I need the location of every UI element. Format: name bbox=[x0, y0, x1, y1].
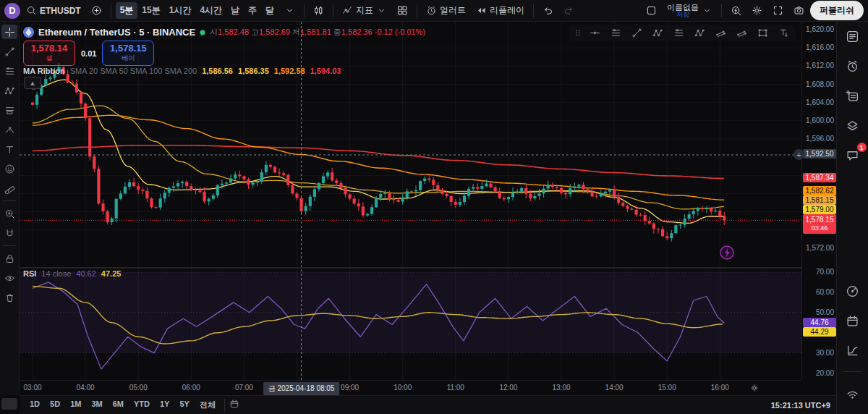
publish-button[interactable]: 퍼블리쉬 bbox=[810, 1, 864, 20]
alarm-icon[interactable] bbox=[843, 57, 862, 75]
ma-ribbon-legend[interactable]: MA Ribbon SMA 20 SMA 50 SMA 100 SMA 200 … bbox=[23, 67, 346, 75]
sell-price: 1,578.14 bbox=[24, 43, 75, 54]
go-to-date-calendar-icon[interactable] bbox=[229, 399, 239, 411]
layout-name-button[interactable]: 이름없음 저장 bbox=[663, 1, 717, 20]
time-axis[interactable]: 03:0004:0005:0006:0007:0009:0010:0011:00… bbox=[20, 380, 801, 396]
time-tick: 05:00 bbox=[129, 384, 148, 392]
draw-tool-8-rect-tool-icon[interactable] bbox=[753, 25, 772, 40]
timeframe-5분[interactable]: 5분 bbox=[116, 2, 138, 19]
sell-button[interactable]: 1,578.14 셀 bbox=[23, 41, 75, 66]
timeframe-달[interactable]: 달 bbox=[261, 2, 278, 19]
chevron-down-icon[interactable] bbox=[280, 3, 299, 18]
fib-icon[interactable] bbox=[1, 64, 17, 78]
settings-gear-icon[interactable] bbox=[747, 3, 767, 18]
time-tick: 11:00 bbox=[447, 384, 464, 392]
draw-tool-2-trend-line-icon[interactable] bbox=[627, 25, 646, 40]
position-icon[interactable] bbox=[1, 103, 17, 117]
user-avatar[interactable]: D bbox=[4, 3, 20, 19]
timeframe-15분[interactable]: 15분 bbox=[137, 2, 164, 19]
draw-tool-0-hline-icon[interactable] bbox=[585, 25, 604, 40]
timeframe-4시간[interactable]: 4시간 bbox=[195, 2, 226, 19]
chart-legend[interactable]: Ethereum / TetherUS · 5 · BINANCE 시1,582… bbox=[23, 27, 425, 38]
range-5Y[interactable]: 5Y bbox=[175, 398, 193, 412]
price-tick: 1,612.00 bbox=[806, 62, 834, 69]
redo-icon[interactable] bbox=[559, 3, 579, 18]
toolbar-separator bbox=[111, 4, 111, 17]
range-5D[interactable]: 5D bbox=[46, 398, 64, 412]
layers-icon[interactable] bbox=[843, 117, 862, 134]
emoji-icon[interactable] bbox=[1, 161, 17, 176]
draw-tool-4-fib-icon[interactable] bbox=[669, 25, 688, 40]
timeframe-group: 5분15분1시간4시간날주달 bbox=[116, 2, 278, 19]
rsi-params: 14 close bbox=[41, 269, 71, 278]
chart-type-candles-icon[interactable] bbox=[309, 3, 328, 18]
screenshot-camera-icon[interactable] bbox=[789, 3, 809, 18]
range-6M[interactable]: 6M bbox=[109, 398, 128, 412]
drag-handle-icon[interactable] bbox=[573, 25, 583, 40]
price-tick: 1,596.00 bbox=[806, 135, 834, 143]
toolbar-separator bbox=[3, 245, 16, 246]
layout-square-icon[interactable] bbox=[642, 3, 661, 18]
lock-icon[interactable] bbox=[1, 251, 17, 266]
price-tick: 1,600.00 bbox=[806, 117, 834, 124]
target-icon[interactable] bbox=[843, 282, 862, 300]
draw-tool-1-fib-icon[interactable] bbox=[606, 25, 625, 40]
range-1D[interactable]: 1D bbox=[25, 398, 44, 412]
indicators-button[interactable]: 지표 bbox=[338, 2, 391, 19]
arc-icon[interactable] bbox=[1, 122, 17, 137]
symbol-name: ETHUSDT bbox=[40, 6, 81, 16]
timeframe-1시간[interactable]: 1시간 bbox=[165, 2, 196, 19]
draw-tool-6-channel-icon[interactable] bbox=[711, 25, 730, 40]
eye-icon[interactable] bbox=[1, 271, 17, 285]
range-YTD[interactable]: YTD bbox=[129, 398, 154, 412]
spread-value: 0.01 bbox=[81, 49, 96, 58]
price-tick: 1,616.00 bbox=[806, 43, 834, 51]
range-1M[interactable]: 1M bbox=[66, 398, 85, 412]
trash-icon[interactable] bbox=[1, 290, 17, 305]
ruler-icon[interactable] bbox=[1, 181, 17, 195]
wifi-icon[interactable] bbox=[843, 384, 862, 402]
axis-settings-gear-icon[interactable] bbox=[749, 383, 760, 395]
add-alert-plus-icon[interactable]: + bbox=[793, 149, 804, 160]
trend-line-icon[interactable] bbox=[1, 44, 17, 59]
rsi-legend[interactable]: RSI 14 close 40.62 47.25 bbox=[23, 269, 121, 278]
price-axis[interactable]: 1,620.001,616.001,612.001,608.001,604.00… bbox=[801, 22, 837, 380]
timeframe-주[interactable]: 주 bbox=[244, 2, 261, 19]
replay-button[interactable]: 리플레이 bbox=[472, 2, 529, 19]
alert-button[interactable]: 얼러트 bbox=[422, 2, 470, 19]
crosshair-icon[interactable] bbox=[1, 25, 17, 39]
sma200-price-label: 1,587.34 bbox=[803, 173, 836, 182]
magnet-icon[interactable] bbox=[1, 226, 17, 240]
rsi-tick: 70.00 bbox=[816, 268, 834, 276]
range-1Y[interactable]: 1Y bbox=[156, 398, 174, 412]
compare-add-icon[interactable] bbox=[87, 3, 106, 18]
notes-plus-icon[interactable] bbox=[843, 87, 862, 104]
indicators-icon bbox=[342, 5, 353, 16]
undo-icon[interactable] bbox=[538, 3, 558, 18]
price-tick: 1,608.00 bbox=[806, 80, 834, 88]
chat-icon[interactable]: 1 bbox=[843, 146, 862, 164]
calendar-icon[interactable] bbox=[843, 312, 862, 329]
func-icon[interactable] bbox=[843, 342, 862, 359]
timeframe-날[interactable]: 날 bbox=[226, 2, 244, 19]
quick-search-icon[interactable] bbox=[726, 3, 746, 18]
pattern-icon[interactable] bbox=[1, 83, 17, 98]
range-3M[interactable]: 3M bbox=[87, 398, 106, 412]
draw-tool-7-channel-icon[interactable] bbox=[732, 25, 751, 40]
draw-tool-9-text-anchor-icon[interactable] bbox=[774, 25, 793, 40]
chart-plot-area[interactable] bbox=[20, 22, 801, 380]
grid-layout-icon[interactable] bbox=[393, 3, 412, 18]
alert-clock-icon bbox=[426, 5, 437, 16]
buy-label: 베이 bbox=[103, 54, 153, 63]
buy-button[interactable]: 1,578.15 베이 bbox=[102, 41, 154, 66]
panel-toggle-chip[interactable] bbox=[1, 398, 17, 410]
draw-tool-3-pattern-icon[interactable] bbox=[648, 25, 667, 40]
pane-collapse-button[interactable]: ▲ bbox=[24, 77, 41, 89]
text-icon[interactable] bbox=[1, 142, 17, 156]
range-전체[interactable]: 전체 bbox=[195, 398, 220, 412]
fullscreen-icon[interactable] bbox=[768, 3, 788, 18]
symbol-search-button[interactable]: ETHUSDT bbox=[22, 3, 85, 18]
draw-tool-5-pattern-icon[interactable] bbox=[690, 25, 709, 40]
watchlist-icon[interactable] bbox=[843, 28, 862, 45]
zoom-icon[interactable] bbox=[1, 206, 17, 221]
